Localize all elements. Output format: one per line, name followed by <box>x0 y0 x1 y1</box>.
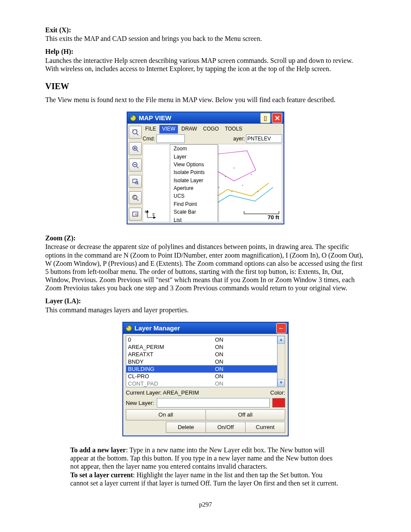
on-all-button[interactable]: On all <box>126 409 206 420</box>
list-item: 0ON <box>126 336 277 343</box>
scroll-down-icon[interactable]: ▼ <box>277 379 285 387</box>
layer-label: ayer: <box>233 136 245 142</box>
help-heading: Help (H): <box>45 48 73 55</box>
close-button[interactable]: ✕ <box>272 113 282 123</box>
svg-point-1 <box>130 115 133 118</box>
svg-line-9 <box>137 166 138 168</box>
cmd-input[interactable] <box>156 134 185 143</box>
menu-item-list[interactable]: List <box>170 216 218 222</box>
layer-body: This command manages layers and layer pr… <box>45 306 366 314</box>
svg-line-15 <box>137 199 138 201</box>
help-body: Launches the interactive Help screen des… <box>45 56 366 73</box>
list-item: AREATXTON <box>126 351 277 358</box>
layer-list[interactable]: 0ON AREA_PERIMON AREATXTON BNDYON BUILDI… <box>126 336 277 387</box>
zoom-window-button[interactable] <box>129 175 142 188</box>
layer-manager-titlebar: Layer Manager ← <box>123 323 288 334</box>
page-number: p297 <box>45 501 366 508</box>
svg-line-5 <box>137 150 138 152</box>
new-layer-label: New Layer: <box>126 400 154 407</box>
menu-cogo[interactable]: COGO <box>200 125 221 134</box>
menu-item-scale-bar[interactable]: Scale Bar <box>170 208 218 216</box>
svg-rect-11 <box>133 179 137 183</box>
compass-icon: NE <box>145 209 157 221</box>
svg-line-13 <box>137 184 138 184</box>
spacer <box>126 422 166 433</box>
zoom-out-button[interactable] <box>129 159 142 171</box>
off-all-button[interactable]: Off all <box>206 409 286 420</box>
delete-button[interactable]: Delete <box>166 422 206 433</box>
new-layer-input[interactable] <box>157 398 270 408</box>
scrollbar[interactable]: ▲ ▼ <box>277 336 285 387</box>
current-button[interactable]: Current <box>246 422 285 433</box>
list-item: BNDYON <box>126 358 277 365</box>
set-current-paragraph: To set a layer current: Highlight the la… <box>70 471 341 487</box>
color-swatch[interactable] <box>272 398 285 408</box>
view-settings-button[interactable] <box>129 208 142 221</box>
menubar: FILE VIEW DRAW COGO TOOLS <box>143 125 282 134</box>
scroll-up-icon[interactable]: ▲ <box>277 336 285 344</box>
menu-view[interactable]: VIEW <box>159 125 178 134</box>
list-item: AREA_PERIMON <box>126 343 277 351</box>
app-icon <box>125 324 133 332</box>
zoom-heading: Zoom (Z): <box>45 234 76 242</box>
menu-draw[interactable]: DRAW <box>179 125 199 134</box>
svg-text:E: E <box>153 212 155 217</box>
menu-item-ucs[interactable]: UCS <box>170 192 218 200</box>
svg-point-27 <box>258 191 258 192</box>
zoom-body: Increase or decrease the apparent size o… <box>45 243 366 292</box>
mapview-titlebar: MAP VIEW ▯ ✕ <box>128 112 283 124</box>
view-intro: The View menu is found next to the File … <box>45 96 366 104</box>
back-button[interactable]: ← <box>276 323 286 333</box>
zoom-extents-button[interactable] <box>129 126 142 139</box>
menu-item-layer[interactable]: Layer <box>170 153 218 161</box>
menu-file[interactable]: FILE <box>143 125 159 134</box>
svg-point-20 <box>225 176 226 177</box>
menu-item-find-point[interactable]: Find Point <box>170 200 218 208</box>
list-item: BUILDINGON <box>126 365 277 373</box>
menu-item-view-options[interactable]: View Options <box>170 161 218 168</box>
svg-point-21 <box>234 168 234 168</box>
svg-line-3 <box>137 134 138 135</box>
svg-point-25 <box>251 174 252 175</box>
view-section-header: VIEW <box>45 81 366 91</box>
left-toolbar <box>129 125 142 222</box>
color-label: Color: <box>270 389 285 396</box>
svg-point-17 <box>135 214 137 215</box>
scale-label: 70 ft <box>268 214 279 221</box>
layer-heading: Layer (LA): <box>45 297 81 305</box>
onoff-button[interactable]: On/Off <box>206 422 246 433</box>
list-item: CL-PROON <box>126 373 277 380</box>
menu-tools[interactable]: TOOLS <box>222 125 245 134</box>
menu-item-isolate-points[interactable]: Isolate Points <box>170 168 218 176</box>
svg-point-2 <box>133 130 137 134</box>
zoom-in-button[interactable] <box>129 142 142 155</box>
svg-point-24 <box>242 185 243 186</box>
svg-point-33 <box>126 325 128 328</box>
list-item: CONT_PADON <box>126 380 277 387</box>
app-icon <box>129 114 137 122</box>
view-menu-dropdown: Zoom Layer View Options Isolate Points I… <box>170 144 218 222</box>
add-layer-paragraph: To add a new layer: Type in a new name i… <box>70 446 341 471</box>
menu-item-zoom[interactable]: Zoom <box>170 145 218 152</box>
current-layer-label: Current Layer: AREA_PERIM <box>126 389 199 396</box>
menu-item-isolate-layer[interactable]: Isolate Layer <box>170 177 218 184</box>
svg-point-23 <box>231 191 232 192</box>
mapview-window: MAP VIEW ▯ ✕ FILE VIEW DRAW <box>127 112 284 224</box>
map-canvas[interactable]: Zoom Layer View Options Isolate Points I… <box>143 144 282 222</box>
layer-input[interactable] <box>246 134 282 143</box>
layer-manager-title: Layer Manager <box>134 324 276 332</box>
minimize-button[interactable]: ▯ <box>260 113 271 123</box>
cmd-label: Cmd: <box>143 136 155 142</box>
exit-body: This exits the MAP and CAD session and b… <box>45 34 366 43</box>
scale-bar: 70 ft <box>244 211 279 221</box>
svg-text:N: N <box>145 210 148 214</box>
layer-manager-window: Layer Manager ← 0ON AREA_PERIMON AREATXT… <box>122 322 289 436</box>
zoom-previous-button[interactable] <box>129 191 142 204</box>
exit-heading: Exit (X): <box>45 26 71 34</box>
menu-item-aperture[interactable]: Aperture <box>170 184 218 192</box>
mapview-title: MAP VIEW <box>139 114 259 122</box>
svg-point-22 <box>218 187 219 188</box>
